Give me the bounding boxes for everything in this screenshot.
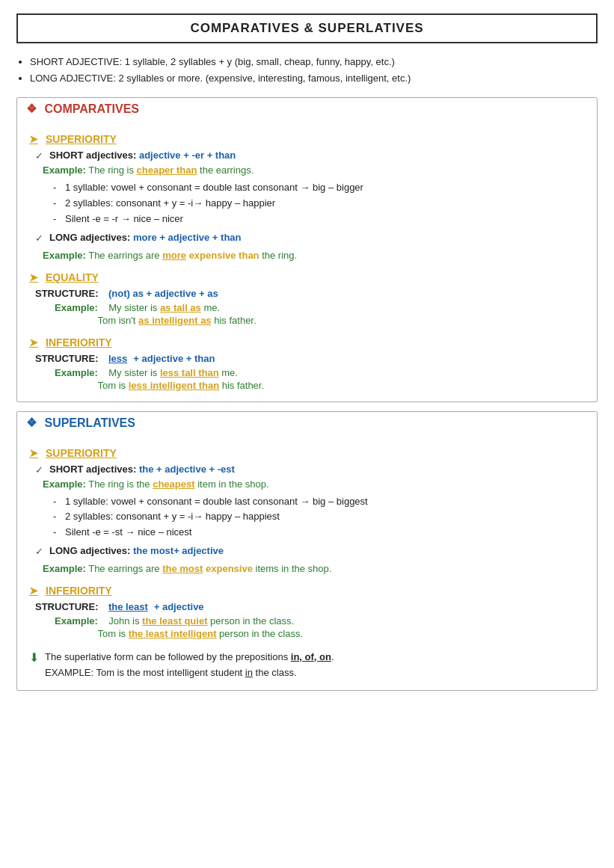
- page-title-box: COMPARATIVES & SUPERLATIVES: [16, 13, 598, 43]
- sup-inferiority-structure: STRUCTURE: the least + adjective: [35, 601, 585, 612]
- comp-sup-short-bullets: 1 syllable: vowel + consonant = double l…: [53, 180, 585, 227]
- bullet-2syllables: 2 syllables: consonant + y = -i→ happy –…: [53, 196, 585, 212]
- superlatives-inferiority-title: ➤ INFERIORITY: [29, 585, 585, 597]
- comp-sup-long-example: Example: The earrings are more expensive…: [43, 250, 585, 261]
- intro-bullet-1: SHORT ADJECTIVE: 1 syllable, 2 syllables…: [30, 54, 598, 70]
- sup-bullet-1syllable: 1 syllable: vowel + consonant = double l…: [53, 494, 585, 510]
- intro-bullets: SHORT ADJECTIVE: 1 syllable, 2 syllables…: [30, 54, 598, 87]
- superlatives-content: ➤ SUPERIORITY ✓ SHORT adjectives: the + …: [17, 434, 597, 690]
- sup-inferiority-examples: Example: John is the least quiet person …: [50, 615, 585, 639]
- comp-inferiority-structure: STRUCTURE: less + adjective + than: [35, 353, 585, 364]
- comparatives-superiority-title: ➤ SUPERIORITY: [29, 133, 585, 145]
- sup-sup-long-example: Example: The earrings are the most expen…: [43, 563, 585, 574]
- sup-sup-short-rule: ✓ SHORT adjectives: the + adjective + -e…: [35, 464, 585, 475]
- comp-inferiority-examples: Example: My sister is less tall than me.…: [50, 367, 585, 391]
- superlatives-superiority-title: ➤ SUPERIORITY: [29, 447, 585, 459]
- comparatives-section: ❖ COMPARATIVES ➤ SUPERIORITY ✓ SHORT adj…: [16, 97, 598, 401]
- bullet-1syllable: 1 syllable: vowel + consonant = double l…: [53, 180, 585, 196]
- superlatives-note: ⬇ The superlative form can be followed b…: [29, 650, 585, 681]
- sup-bullet-2syllables: 2 syllables: consonant + y = -i→ happy –…: [53, 509, 585, 525]
- superlatives-section: ❖ SUPERLATIVES ➤ SUPERIORITY ✓ SHORT adj…: [16, 411, 598, 691]
- page-title: COMPARATIVES & SUPERLATIVES: [190, 21, 423, 35]
- sup-sup-long-rule: ✓ LONG adjectives: the most+ adjective: [35, 545, 585, 557]
- comparatives-equality-title: ➤ EQUALITY: [29, 271, 585, 283]
- comparatives-header: ❖ COMPARATIVES: [17, 98, 597, 120]
- comp-sup-short-rule: ✓ SHORT adjectives: adjective + -er + th…: [35, 150, 585, 161]
- comparatives-content: ➤ SUPERIORITY ✓ SHORT adjectives: adject…: [17, 120, 597, 401]
- sup-bullet-silent: Silent -e = -st → nice – nicest: [53, 525, 585, 541]
- superlatives-header: ❖ SUPERLATIVES: [17, 412, 597, 434]
- sup-sup-short-bullets: 1 syllable: vowel + consonant = double l…: [53, 494, 585, 541]
- comp-sup-long-rule: ✓ LONG adjectives: more + adjective + th…: [35, 232, 585, 244]
- comparatives-inferiority-title: ➤ INFERIORITY: [29, 336, 585, 348]
- intro-bullet-2: LONG ADJECTIVE: 2 syllables or more. (ex…: [30, 70, 598, 87]
- sup-sup-short-example: Example: The ring is the cheapest item i…: [43, 478, 585, 490]
- comp-equality-structure: STRUCTURE: (not) as + adjective + as: [35, 288, 585, 299]
- comp-sup-short-example: Example: The ring is cheaper than the ea…: [43, 164, 585, 176]
- comp-equality-examples: Example: My sister is as tall as me. Tom…: [50, 302, 585, 326]
- bullet-silent: Silent -e = -r → nice – nicer: [53, 212, 585, 227]
